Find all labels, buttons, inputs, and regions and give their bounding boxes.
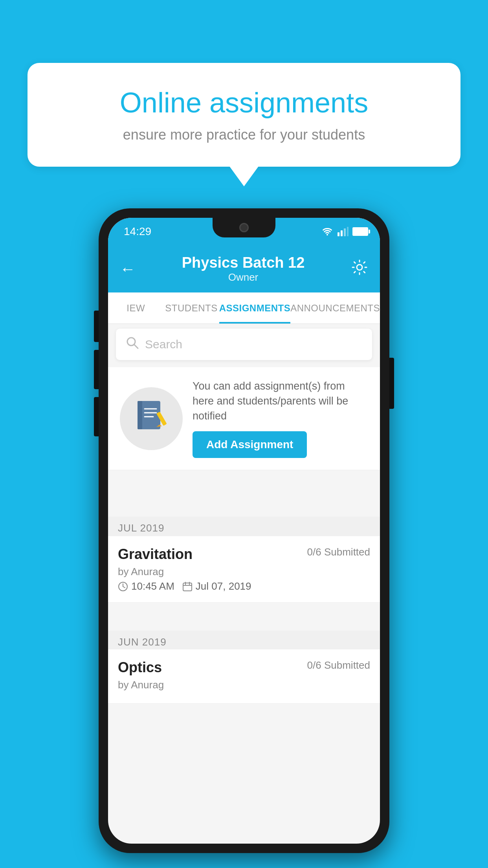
notebook-icon <box>134 398 169 440</box>
speech-bubble-subtitle: ensure more practice for your students <box>55 127 433 143</box>
assignment-optics-header: Optics 0/6 Submitted <box>118 659 370 676</box>
tab-announcements[interactable]: ANNOUNCEMENTS <box>290 292 380 324</box>
search-container[interactable]: Search <box>116 329 372 360</box>
assignment-optics-title: Optics <box>118 659 162 676</box>
month-label-jun: JUN 2019 <box>118 636 167 648</box>
tabs-bar: IEW STUDENTS ASSIGNMENTS ANNOUNCEMENTS <box>108 292 380 324</box>
gravitation-time: 10:45 AM <box>131 580 174 592</box>
front-camera <box>239 223 249 232</box>
back-button[interactable]: ← <box>120 260 136 278</box>
month-label-jul: JUL 2019 <box>118 522 164 534</box>
tab-students[interactable]: STUDENTS <box>163 292 219 324</box>
tab-iew[interactable]: IEW <box>108 292 163 324</box>
assignment-gravitation-time-date: 10:45 AM Jul 07, 2019 <box>118 580 370 592</box>
promo-description: You can add assignment(s) from here and … <box>193 379 368 423</box>
promo-icon-circle <box>120 387 183 450</box>
signal-icon <box>338 227 349 236</box>
gravitation-date: Jul 07, 2019 <box>196 580 251 592</box>
vol-up-button[interactable] <box>94 350 99 389</box>
power-button[interactable] <box>389 358 394 409</box>
battery-icon <box>352 227 368 236</box>
status-icons <box>321 227 368 236</box>
header-center: Physics Batch 12 Owner <box>182 254 305 283</box>
svg-rect-0 <box>338 232 339 236</box>
assignment-item-gravitation[interactable]: Gravitation 0/6 Submitted by Anurag 10:4… <box>108 536 380 603</box>
assignment-optics-submitted: 0/6 Submitted <box>307 659 370 671</box>
assignment-gravitation-header: Gravitation 0/6 Submitted <box>118 546 370 563</box>
tab-assignments[interactable]: ASSIGNMENTS <box>219 292 291 324</box>
svg-point-4 <box>357 265 362 270</box>
assignment-gravitation-author: by Anurag <box>118 566 370 578</box>
header-title: Physics Batch 12 <box>182 254 305 271</box>
screen-content: 14:29 <box>108 218 380 844</box>
assignment-item-optics[interactable]: Optics 0/6 Submitted by Anurag <box>108 649 380 704</box>
date-badge: Jul 07, 2019 <box>182 580 251 592</box>
add-assignment-button[interactable]: Add Assignment <box>193 431 307 458</box>
promo-text-area: You can add assignment(s) from here and … <box>193 379 368 458</box>
speech-bubble: Online assignments ensure more practice … <box>28 63 460 167</box>
settings-icon[interactable] <box>351 259 368 280</box>
phone-screen: 14:29 <box>108 218 380 844</box>
svg-rect-8 <box>138 401 142 429</box>
header-subtitle: Owner <box>182 271 305 283</box>
phone-container: 14:29 <box>99 208 389 853</box>
wifi-icon <box>321 227 334 236</box>
vol-down-button[interactable] <box>94 397 99 436</box>
svg-rect-17 <box>183 583 192 591</box>
assignment-gravitation-title: Gravitation <box>118 546 193 563</box>
svg-rect-1 <box>341 230 343 236</box>
svg-line-6 <box>134 344 138 348</box>
promo-card: You can add assignment(s) from here and … <box>108 367 380 470</box>
assignment-optics-author: by Anurag <box>118 679 370 691</box>
speech-bubble-title: Online assignments <box>55 86 433 119</box>
time-badge: 10:45 AM <box>118 580 174 592</box>
status-time: 14:29 <box>120 225 151 238</box>
svg-rect-3 <box>347 227 349 236</box>
phone-notch <box>213 218 275 237</box>
search-placeholder: Search <box>145 338 182 351</box>
speech-bubble-area: Online assignments ensure more practice … <box>28 63 460 167</box>
search-icon <box>126 336 139 353</box>
app-header: ← Physics Batch 12 Owner <box>108 245 380 292</box>
phone-outer: 14:29 <box>99 208 389 853</box>
svg-rect-2 <box>344 228 346 236</box>
svg-line-16 <box>123 587 125 588</box>
assignment-gravitation-submitted: 0/6 Submitted <box>307 546 370 558</box>
